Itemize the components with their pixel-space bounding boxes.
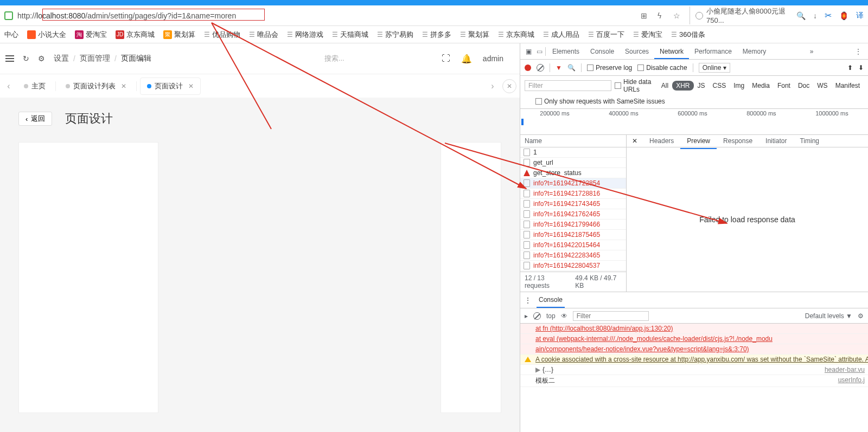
filter-chip-css[interactable]: CSS [709,81,730,91]
devtools-tab-sources[interactable]: Sources [620,44,654,59]
clear-icon[interactable] [537,64,544,72]
bookmark-item[interactable]: 360借条 [668,30,709,40]
devtools-tab-memory[interactable]: Memory [737,44,771,59]
preview-tab-timing[interactable]: Timing [793,134,826,148]
preview-tab-headers[interactable]: Headers [643,134,680,148]
panel-right[interactable] [441,142,501,413]
preview-tab-initiator[interactable]: Initiator [759,134,793,148]
bookmark-item[interactable]: 拼多多 [419,30,455,40]
network-request-row[interactable]: info?t=1619421743465 [520,199,626,209]
devtools-more-tabs-icon[interactable]: » [807,48,817,55]
search-icon[interactable]: 🔍 [796,11,806,20]
console-menu-icon[interactable]: ⋮ [525,296,531,304]
bookmark-item[interactable]: 百度一下 [585,30,628,40]
bookmark-item[interactable]: 网络游戏 [284,30,327,40]
console-tab[interactable]: Console [537,293,565,308]
console-line[interactable]: ▶{…}header-bar.vu [520,365,868,375]
console-levels-select[interactable]: Default levels ▼ [805,312,852,320]
network-request-row[interactable]: info?t=1619421799466 [520,220,626,230]
network-timeline[interactable]: 200000 ms400000 ms600000 ms800000 ms1000… [520,109,868,135]
tab-close-all-button[interactable]: ✕ [502,79,516,93]
tab-close-icon[interactable]: ✕ [121,82,126,90]
network-request-row[interactable]: info?t=1619422283465 [520,250,626,261]
qr-icon[interactable]: ⊞ [641,11,649,20]
bookmark-item[interactable]: 天猫商城 [329,30,372,40]
bookmark-item[interactable]: 聚划算 [457,30,493,40]
network-name-header[interactable]: Name [520,135,626,147]
record-icon[interactable] [525,65,531,71]
eye-icon[interactable]: 👁 [561,312,567,320]
filter-chip-manifest[interactable]: Manifest [832,81,864,91]
network-request-row[interactable]: info?t=1619421728816 [520,189,626,199]
network-request-row[interactable]: info?t=1619421875465 [520,230,626,240]
network-request-row[interactable]: get_url [520,158,626,168]
translate-icon[interactable]: 译 [856,11,864,21]
url-bar[interactable]: http://localhost:8080/admin/setting/page… [17,8,451,23]
bookmark-item[interactable]: 爱淘宝 [630,30,666,40]
tab-home[interactable]: 主页 [17,78,52,94]
bookmark-item[interactable]: 苏宁易购 [374,30,417,40]
console-context-select[interactable]: top [546,312,556,320]
network-request-row[interactable]: info?t=1619421722854 [520,178,626,189]
filter-chip-all[interactable]: All [658,81,672,91]
bookmark-item[interactable]: 小说大全 [24,30,69,40]
console-source-link[interactable]: header-bar.vu [825,366,865,373]
samesite-only-checkbox[interactable]: Only show requests with SameSite issues [535,98,665,105]
breadcrumb-item[interactable]: 页面管理 [80,54,110,63]
hide-data-urls-checkbox[interactable]: Hide data URLs [615,78,654,93]
filter-chip-doc[interactable]: Doc [794,81,813,91]
console-settings-icon[interactable]: ⚙ [858,312,864,320]
screenshot-icon[interactable]: ✂ [825,10,832,21]
tab-arrow-right-icon[interactable]: › [487,81,498,91]
preserve-log-checkbox[interactable]: Preserve log [587,64,632,72]
flash-icon[interactable]: ϟ [657,11,666,20]
filter-chip-xhr[interactable]: XHR [672,81,693,91]
disable-cache-checkbox[interactable]: Disable cache [637,64,687,72]
breadcrumb-item[interactable]: 设置 [54,54,69,63]
panel-left[interactable] [18,142,158,413]
devtools-menu-icon[interactable]: ⋮ [852,48,865,55]
back-button[interactable]: ‹ 返回 [18,112,52,126]
console-sidebar-toggle-icon[interactable]: ▸ [525,312,528,320]
bookmark-item[interactable]: 中心 [1,30,22,40]
bookmark-item[interactable]: 优品购物 [201,30,244,40]
expand-caret-icon[interactable]: ▶ [535,366,540,373]
bookmark-item[interactable]: 京东商城 [495,30,538,40]
devtools-tab-console[interactable]: Console [585,44,620,59]
tab-arrow-left-icon[interactable]: ‹ [3,81,14,91]
device-toggle-icon[interactable]: ▭ [534,47,544,56]
browser-search-box[interactable]: 小偷尾随老人偷8000元退750... 🔍 [690,7,806,24]
bookmark-item[interactable]: 成人用品 [540,30,583,40]
download-icon[interactable]: ↓ [813,11,817,20]
network-filter-input[interactable]: Filter [525,80,611,91]
close-preview-icon[interactable]: ✕ [627,135,643,147]
upload-har-icon[interactable]: ⬆ [847,64,853,72]
network-request-row[interactable]: get_store_status [520,168,626,178]
bookmark-item[interactable]: 唯品会 [246,30,282,40]
console-line[interactable]: at eval (webpack-internal:///./node_modu… [520,334,868,344]
network-request-row[interactable]: info?t=1619422804537 [520,261,626,271]
filter-icon[interactable]: ▼ [556,64,562,72]
filter-chip-js[interactable]: JS [694,81,709,91]
network-request-row[interactable]: 1 [520,147,626,158]
fullscreen-icon[interactable]: ⛶ [442,54,450,63]
bookmark-item[interactable]: 聚聚划算 [160,30,199,40]
stamp-icon[interactable]: 🏮 [839,11,848,20]
tab-design[interactable]: 页面设计 ✕ [140,78,201,95]
search-icon[interactable]: 🔍 [567,64,576,72]
timeline-handle-icon[interactable] [521,119,524,125]
menu-hamburger-icon[interactable] [5,55,14,62]
inspect-element-icon[interactable]: ▣ [524,47,533,56]
bookmark-item[interactable]: JD京东商城 [112,30,158,40]
console-line[interactable]: ain/components/header-notice/index.vue?v… [520,344,868,354]
console-source-link[interactable]: userInfo.j [838,376,865,384]
console-clear-icon[interactable] [533,312,541,320]
filter-chip-font[interactable]: Font [774,81,794,91]
app-search-input[interactable]: 搜索... [324,54,433,63]
devtools-tab-performance[interactable]: Performance [689,44,737,59]
tab-list[interactable]: 页面设计列表 ✕ [59,78,133,94]
tab-close-icon[interactable]: ✕ [188,82,194,90]
devtools-tab-elements[interactable]: Elements [547,44,585,59]
console-line[interactable]: at fn (http://localhost:8080/admin/app.j… [520,324,868,334]
preview-tab-response[interactable]: Response [717,134,759,148]
